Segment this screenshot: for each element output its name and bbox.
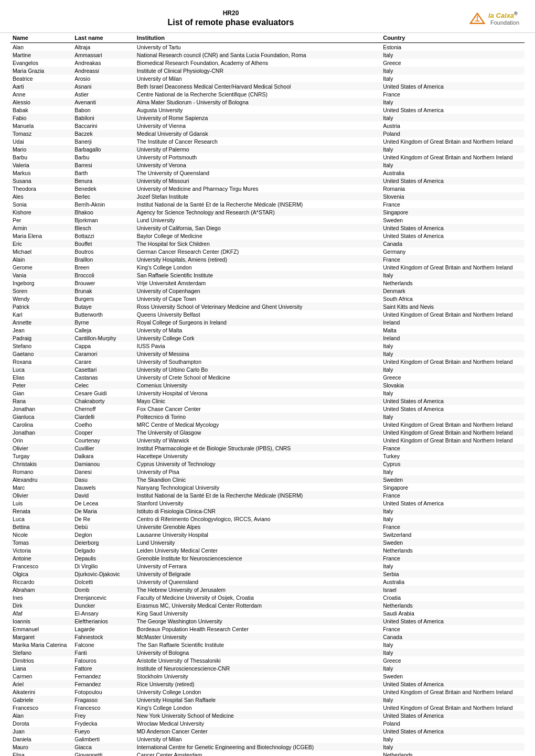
cell-64-1: Delgado [72,546,135,554]
cell-35-3: Ireland [381,318,525,326]
table-row: PadraigCantillon-MurphyUniversity Colleg… [10,334,525,342]
cell-47-0: Gianluca [10,413,72,420]
cell-86-0: Dorota [10,719,72,727]
cell-82-3: United Kingdom of Great Britain and Nort… [381,688,525,696]
cell-37-2: University College Cork [135,334,381,342]
cell-20-2: Institut National de la Santé Et de la R… [135,200,381,208]
cell-37-3: Ireland [381,334,525,342]
cell-33-0: Patrick [10,303,72,310]
cell-18-0: Theodora [10,185,72,192]
cell-21-3: Singapore [381,208,525,216]
cell-15-0: Valeria [10,161,72,169]
cell-12-3: United Kingdom of Great Britain and Nort… [381,137,525,145]
table-row: FabioBabiloniUniversity of Rome Sapienza… [10,114,525,122]
cell-18-2: University of Medicine and Pharmacy Tirg… [135,185,381,192]
table-row: MichaelBoutrosGerman Cancer Research Cen… [10,247,525,255]
table-row: EvangelosAndreakasBiomedical Research Fo… [10,59,525,67]
cell-10-1: Baccarini [72,122,135,129]
cell-19-1: Berlec [72,192,135,200]
cell-66-1: Di Virgilio [72,562,135,570]
cell-76-3: Italy [381,641,525,649]
cell-21-0: Kishore [10,208,72,216]
table-row: ElisaGiovannettiCancer Center AmsterdamN… [10,751,525,756]
cell-30-1: Brouwer [72,279,135,287]
cell-64-0: Victoria [10,546,72,554]
cell-43-0: Peter [10,381,72,389]
cell-69-2: The Hebrew University of Jerusalem [135,586,381,593]
table-row: PerBjorkmanLund UniversitySweden [10,216,525,224]
cell-3-3: Italy [381,67,525,74]
table-row: PeterCelecComenius UniversitySlovakia [10,381,525,389]
cell-6-0: Anne [10,90,72,98]
cell-44-3: Italy [381,389,525,397]
cell-55-0: Alexandru [10,476,72,483]
cell-16-0: Markus [10,169,72,177]
cell-31-2: University of Copenhagen [135,287,381,295]
cell-9-0: Fabio [10,114,72,122]
cell-32-2: University of Cape Town [135,295,381,303]
cell-86-2: Wroclaw Medical University [135,719,381,727]
cell-82-2: University College London [135,688,381,696]
cell-41-1: Casettari [72,365,135,373]
cell-68-2: University of Queensland [135,578,381,586]
cell-86-3: Poland [381,719,525,727]
cell-22-2: Lund University [135,216,381,224]
cell-34-2: Queens University Belfast [135,310,381,318]
cell-75-3: Canada [381,633,525,641]
cell-70-1: Drenjancevic [72,593,135,601]
cell-50-1: Courtenay [72,436,135,444]
table-row: KarlButterworthQueens University Belfast… [10,310,525,318]
table-row: AlanFreyNew York University School of Me… [10,711,525,719]
col-header-lastname: Last name [72,33,135,43]
cell-75-2: McMaster University [135,633,381,641]
cell-47-1: Ciardelli [72,413,135,420]
cell-19-2: Jozef Stefan Institute [135,192,381,200]
cell-44-1: Cesare Guidi [72,389,135,397]
cell-68-0: Riccardo [10,578,72,586]
cell-49-3: United Kingdom of Great Britain and Nort… [381,428,525,436]
cell-55-3: Sweden [381,476,525,483]
cell-56-2: Nanyang Technological University [135,483,381,491]
cell-62-0: Nicole [10,531,72,538]
table-row: AnnetteByrneRoyal College of Surgeons in… [10,318,525,326]
table-header: Name Last name Institution Country [10,33,525,43]
cell-10-2: University of Vienna [135,122,381,129]
cell-13-1: Barbagallo [72,145,135,153]
cell-59-2: Istituto di Fisiologia Clinica-CNR [135,507,381,515]
cell-32-0: Wendy [10,295,72,303]
cell-19-0: Ales [10,192,72,200]
table-row: AfafEl-AnsaryKing Saud UniversitySaudi A… [10,609,525,617]
cell-2-1: Andreakas [72,59,135,67]
cell-5-1: Asnani [72,82,135,90]
cell-22-1: Bjorkman [72,216,135,224]
cell-26-1: Boutros [72,247,135,255]
cell-81-1: Fernandez [72,680,135,688]
cell-88-3: Italy [381,735,525,743]
cell-13-3: Italy [381,145,525,153]
table-row: OrinCourtenayUniversity of WarwickUnited… [10,436,525,444]
cell-4-0: Beatrice [10,74,72,82]
cell-65-3: France [381,554,525,562]
cell-35-1: Byrne [72,318,135,326]
table-row: JuanFueyoMD Anderson Cancer CenterUnited… [10,727,525,735]
cell-42-0: Elias [10,373,72,381]
cell-61-0: Bettina [10,523,72,531]
cell-81-2: Rice University (retired) [135,680,381,688]
table-body: AlanAltrajaUniversity of TartuEstoniaMar… [10,43,525,757]
cell-36-2: University of Malta [135,326,381,334]
cell-38-2: IUSS Pavia [135,342,381,350]
table-row: AlanAltrajaUniversity of TartuEstonia [10,43,525,51]
cell-60-2: Centro di Riferimento Oncologyvlogico, I… [135,515,381,523]
cell-73-1: Eleftherianios [72,617,135,625]
cell-65-1: Depaulis [72,554,135,562]
cell-69-3: Israel [381,586,525,593]
cell-24-2: Baylor College of Medicine [135,232,381,240]
table-row: BabakBabonAugusta UniversityUnited State… [10,106,525,114]
cell-66-2: University of Ferrara [135,562,381,570]
cell-10-0: Manuela [10,122,72,129]
cell-20-1: Berrih-Aknin [72,200,135,208]
cell-62-3: Switzerland [381,531,525,538]
cell-17-2: University of Missouri [135,177,381,185]
table-container: Name Last name Institution Country AlanA… [0,33,535,756]
cell-57-0: Olivier [10,491,72,499]
